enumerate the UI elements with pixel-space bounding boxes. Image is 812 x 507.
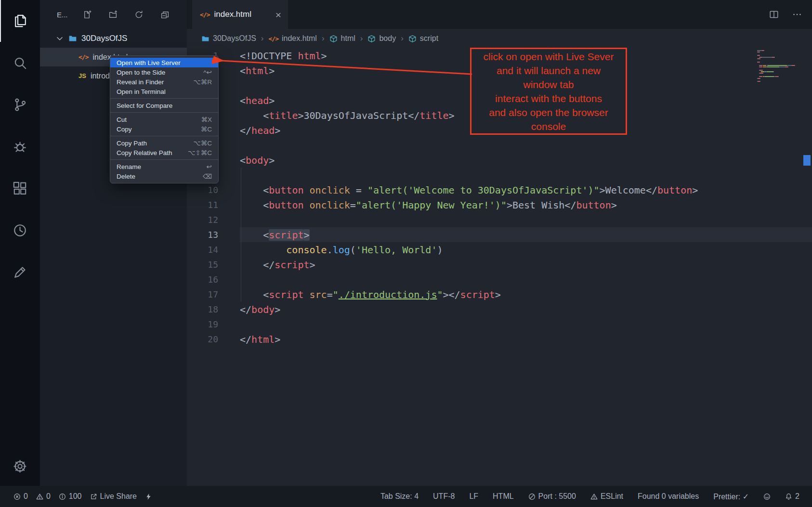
- minimap[interactable]: [757, 50, 799, 83]
- status-lf[interactable]: LF: [469, 492, 478, 501]
- status-html[interactable]: HTML: [493, 492, 514, 501]
- live-share-icon: [90, 493, 97, 500]
- refresh-icon[interactable]: [134, 10, 144, 19]
- breadcrumb-label: index.html: [282, 34, 317, 43]
- line-number: 19: [187, 319, 218, 329]
- annotation-box: click on open with Live Severand it will…: [470, 48, 627, 135]
- menu-item-cut[interactable]: Cut⌘X: [110, 115, 218, 124]
- collapse-all-icon[interactable]: [160, 10, 170, 19]
- symbol-cube-icon: [329, 35, 338, 43]
- status-smiley[interactable]: [763, 493, 771, 500]
- line-number: 11: [187, 200, 218, 210]
- code-line-15[interactable]: 15 </script>: [187, 257, 812, 272]
- scrollbar-marker[interactable]: [803, 155, 811, 166]
- code-line-8[interactable]: 8<body>: [187, 153, 812, 168]
- line-number: 14: [187, 245, 218, 255]
- tab-index-html[interactable]: </> index.html ×: [192, 0, 288, 29]
- menu-item-open-with-live-server[interactable]: Open with Live Server: [110, 58, 218, 67]
- html-file-icon: </>: [268, 35, 278, 42]
- status-label: 0: [24, 492, 28, 501]
- new-file-icon[interactable]: [82, 10, 92, 19]
- chevron-down-icon: [55, 34, 64, 43]
- bolt-icon: [145, 493, 152, 500]
- more-actions-icon[interactable]: [792, 9, 802, 20]
- status-utf-8[interactable]: UTF-8: [433, 492, 455, 501]
- js-file-icon: JS: [79, 72, 86, 79]
- code-line-11[interactable]: 11 <button onclick="alert('Happy New Yea…: [187, 197, 812, 212]
- breadcrumb-separator: ›: [260, 34, 265, 43]
- menu-item-open-to-the-side[interactable]: Open to the Side^↩: [110, 67, 218, 77]
- status-label: 0: [46, 492, 51, 501]
- breadcrumb-label: script: [420, 34, 438, 43]
- code-line-16[interactable]: 16: [187, 272, 812, 287]
- status-label: Found 0 variables: [638, 492, 699, 501]
- status-0[interactable]: 0: [13, 492, 28, 501]
- status-label: Port : 5500: [538, 492, 576, 501]
- breadcrumb-script[interactable]: script: [408, 34, 438, 43]
- search-icon[interactable]: [0, 42, 40, 84]
- menu-item-reveal-in-finder[interactable]: Reveal in Finder⌥⌘R: [110, 77, 218, 87]
- status-label: 2: [795, 492, 799, 501]
- menu-separator: [110, 136, 218, 136]
- pen-icon[interactable]: [0, 251, 40, 293]
- status-label: ESLint: [601, 492, 623, 501]
- explorer-icon[interactable]: [0, 0, 40, 42]
- html-file-icon: </>: [200, 11, 210, 18]
- code-line-9[interactable]: 9: [187, 168, 812, 182]
- code-line-17[interactable]: 17 <script src="./introduction.js"></scr…: [187, 287, 812, 302]
- menu-separator: [110, 98, 218, 99]
- status-bolt[interactable]: [145, 493, 152, 500]
- breadcrumb-html[interactable]: html: [329, 34, 355, 43]
- status-label: Prettier: ✓: [713, 492, 749, 501]
- extensions-icon[interactable]: [0, 168, 40, 209]
- breadcrumb-separator: ›: [321, 34, 326, 43]
- status-eslint[interactable]: ESLint: [590, 492, 623, 501]
- menu-separator: [110, 159, 218, 160]
- error-icon: [13, 493, 21, 500]
- annotation-text: and also open the browser: [484, 105, 614, 119]
- code-line-14[interactable]: 14 console.log('Hello, World'): [187, 242, 812, 257]
- debug-icon[interactable]: [0, 126, 40, 168]
- line-number: 13: [187, 230, 218, 240]
- status-tab-size-4[interactable]: Tab Size: 4: [380, 492, 419, 501]
- new-folder-icon[interactable]: [108, 10, 118, 19]
- status-prettier[interactable]: Prettier: ✓: [713, 492, 749, 501]
- status-port-5500[interactable]: Port : 5500: [528, 492, 576, 501]
- menu-item-select-for-compare[interactable]: Select for Compare: [110, 101, 218, 110]
- tree-root-folder[interactable]: 30DaysOfJS: [40, 29, 187, 48]
- code-line-20[interactable]: 20</html>: [187, 332, 812, 347]
- menu-item-open-in-terminal[interactable]: Open in Terminal: [110, 87, 218, 96]
- code-line-12[interactable]: 12: [187, 212, 812, 227]
- settings-icon[interactable]: [0, 446, 40, 486]
- status-2[interactable]: 2: [785, 492, 799, 501]
- code-line-13[interactable]: 13 <script>: [187, 227, 812, 242]
- menu-item-copy[interactable]: Copy⌘C: [110, 124, 218, 134]
- status-0[interactable]: 0: [36, 492, 51, 501]
- close-tab-icon[interactable]: ×: [275, 10, 281, 20]
- menu-item-delete[interactable]: Delete⌫: [110, 171, 218, 181]
- status-bar: 00100Live Share Tab Size: 4UTF-8LFHTMLPo…: [0, 486, 812, 507]
- split-editor-icon[interactable]: [769, 9, 779, 20]
- breadcrumb-separator: ›: [359, 34, 364, 43]
- line-number: 12: [187, 215, 218, 225]
- status-live-share[interactable]: Live Share: [90, 492, 137, 501]
- status-label: Tab Size: 4: [380, 492, 419, 501]
- indent-guide: [241, 168, 241, 302]
- annotation-text: and it will launch a new: [484, 64, 614, 78]
- menu-item-copy-relative-path[interactable]: Copy Relative Path⌥⇧⌘C: [110, 148, 218, 157]
- source-control-icon[interactable]: [0, 84, 40, 126]
- breadcrumb-folder[interactable]: 30DaysOfJS: [201, 34, 256, 43]
- status-100[interactable]: 100: [59, 492, 82, 501]
- menu-item-rename[interactable]: Rename↩: [110, 162, 218, 171]
- breadcrumb-file[interactable]: </> index.html: [268, 34, 316, 43]
- code-line-7[interactable]: 7: [187, 138, 812, 153]
- warning-icon: [36, 493, 43, 500]
- menu-item-copy-path[interactable]: Copy Path⌥⌘C: [110, 138, 218, 148]
- status-found-0-variables[interactable]: Found 0 variables: [638, 492, 699, 501]
- code-line-18[interactable]: 18</body>: [187, 302, 812, 317]
- menu-separator: [110, 112, 218, 113]
- history-icon[interactable]: [0, 209, 40, 251]
- code-line-10[interactable]: 10 <button onclick = "alert('Welcome to …: [187, 182, 812, 197]
- code-line-19[interactable]: 19: [187, 317, 812, 332]
- breadcrumb-body[interactable]: body: [367, 34, 396, 43]
